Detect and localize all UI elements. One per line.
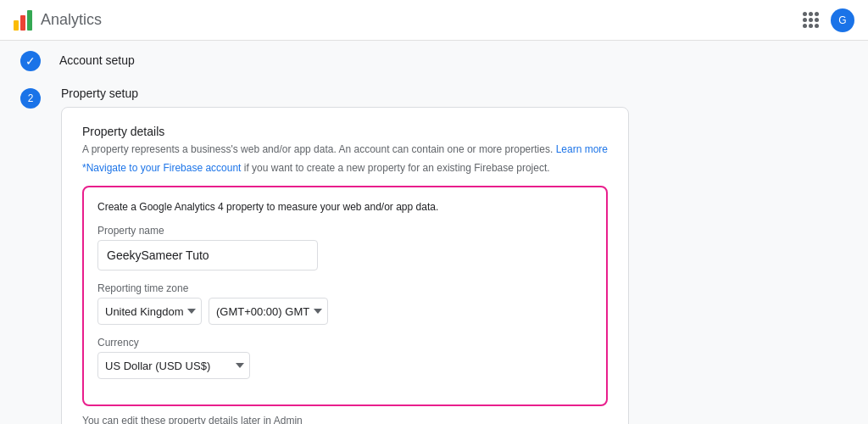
- user-avatar[interactable]: G: [831, 8, 854, 32]
- apps-icon: [803, 12, 819, 28]
- currency-group: Currency US Dollar (USD US$): [97, 337, 593, 379]
- navigate-firebase-link[interactable]: *Navigate to your Firebase account: [82, 162, 241, 174]
- learn-more-link[interactable]: Learn more: [556, 143, 608, 155]
- property-name-group: Property name: [97, 225, 593, 271]
- panel-title: Property details: [82, 125, 608, 138]
- app-title: Analytics: [41, 11, 102, 29]
- timezone-row: United Kingdom (GMT+00:00) GMT: [97, 298, 593, 325]
- step-2-header: 2 Property setup Property details A prop…: [20, 86, 629, 424]
- app-header: Analytics G: [0, 0, 868, 41]
- setup-steps: ✓ Account setup 2 Property setup Propert…: [0, 41, 868, 424]
- logo-bar-3: [27, 10, 32, 31]
- property-name-label: Property name: [97, 225, 593, 237]
- form-description: Create a Google Analytics 4 property to …: [97, 201, 593, 213]
- header-left: Analytics: [14, 10, 102, 31]
- timezone-label: Reporting time zone: [97, 282, 593, 294]
- logo-bar-2: [20, 15, 25, 31]
- main-content: ✓ Account setup 2 Property setup Propert…: [0, 41, 868, 424]
- step-1: ✓ Account setup: [0, 41, 868, 80]
- step-1-title: Account setup: [59, 53, 135, 67]
- step-2: 2 Property setup Property details A prop…: [0, 80, 868, 424]
- step-2-content: Property setup Property details A proper…: [61, 86, 629, 424]
- panel-description: A property represents a business's web a…: [82, 142, 608, 157]
- step-1-indicator: ✓: [20, 51, 41, 71]
- timezone-country-select[interactable]: United Kingdom: [97, 298, 202, 325]
- panel-navigate: *Navigate to your Firebase account if yo…: [82, 160, 608, 176]
- panel-note: You can edit these property details late…: [82, 415, 608, 424]
- step-2-title: Property setup: [61, 86, 629, 100]
- step-2-indicator: 2: [20, 88, 41, 109]
- property-name-input[interactable]: [97, 240, 318, 271]
- currency-select[interactable]: US Dollar (USD US$): [97, 352, 250, 379]
- header-right: G: [797, 7, 854, 34]
- step-2-number: 2: [28, 92, 34, 104]
- analytics-logo: [14, 10, 32, 31]
- timezone-gmt-select[interactable]: (GMT+00:00) GMT: [209, 298, 328, 325]
- step-1-checkmark: ✓: [25, 54, 36, 68]
- property-form-box: Create a Google Analytics 4 property to …: [82, 186, 608, 406]
- timezone-group: Reporting time zone United Kingdom (GMT+…: [97, 282, 593, 325]
- currency-label: Currency: [97, 337, 593, 349]
- apps-button[interactable]: [797, 7, 824, 34]
- property-details-panel: Property details A property represents a…: [61, 107, 629, 424]
- logo-bar-1: [14, 20, 19, 31]
